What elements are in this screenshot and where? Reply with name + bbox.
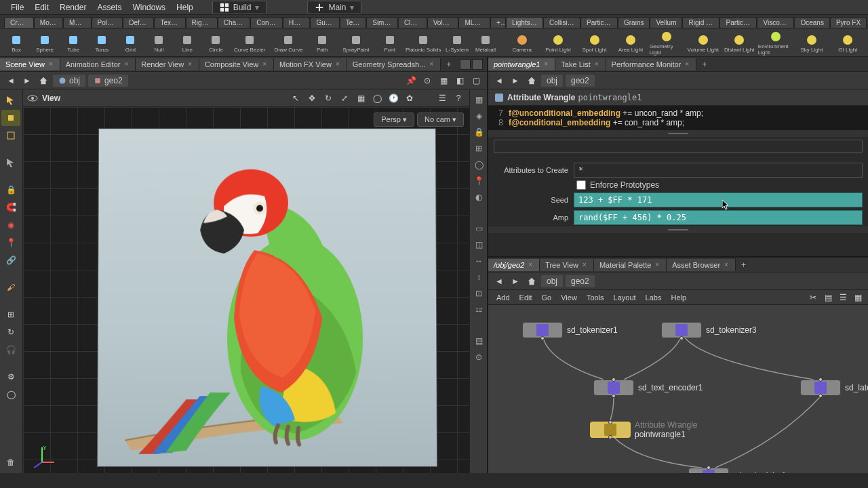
persp-dropdown[interactable]: Persp ▾ bbox=[374, 113, 414, 127]
node-sd-tokenizer3[interactable]: sd_tokenizer3 bbox=[661, 322, 757, 338]
axis-gizmo[interactable]: y bbox=[28, 442, 56, 469]
handle-tool[interactable] bbox=[1, 110, 20, 126]
shelf-tab[interactable]: Grains bbox=[618, 17, 650, 28]
path-obj-3[interactable]: obj bbox=[541, 275, 563, 287]
net-menu-edit[interactable]: Edit bbox=[515, 292, 536, 303]
pane-tab[interactable]: Motion FX View× bbox=[274, 58, 347, 70]
close-icon[interactable]: × bbox=[723, 261, 730, 268]
close-icon[interactable]: × bbox=[334, 60, 341, 68]
shelf-tool-sphere[interactable]: Sphere bbox=[31, 30, 58, 56]
shelf-tool-grid[interactable]: Grid bbox=[117, 30, 144, 56]
shelf-tool-sky-light[interactable]: Sky Light bbox=[794, 30, 829, 56]
shelf-tab[interactable]: Collisions bbox=[543, 17, 580, 28]
pane-tab[interactable]: Animation Editor× bbox=[60, 58, 136, 70]
vp-icon-3[interactable]: ↔ bbox=[471, 253, 486, 268]
close-icon[interactable]: × bbox=[47, 60, 54, 68]
add-tab-button[interactable]: + bbox=[736, 259, 751, 271]
shelf-tab[interactable]: Clou... bbox=[398, 17, 427, 28]
net-menu-help[interactable]: Help bbox=[667, 292, 690, 303]
select-tool[interactable] bbox=[1, 92, 20, 108]
net-tool-4[interactable]: ▦ bbox=[852, 291, 864, 304]
rotate-icon[interactable]: ↻ bbox=[321, 92, 335, 105]
shelf-tool-draw-curve[interactable]: Draw Curve bbox=[270, 30, 307, 56]
pin-icon[interactable]: 📍 bbox=[1, 235, 20, 251]
tab-material-palette[interactable]: Material Palette× bbox=[594, 259, 667, 271]
shelf-tool-area-light[interactable]: Area Light bbox=[613, 30, 648, 56]
trash-icon[interactable]: 🗑 bbox=[1, 454, 20, 470]
close-icon[interactable]: × bbox=[428, 60, 435, 68]
shelf-tool-camera[interactable]: Camera bbox=[505, 30, 539, 56]
net-menu-layout[interactable]: Layout bbox=[610, 292, 640, 303]
shelf-tab[interactable]: Deform bbox=[123, 17, 154, 28]
tab-asset-browser[interactable]: Asset Browser× bbox=[667, 259, 736, 271]
shelf-tab[interactable]: Modify bbox=[34, 17, 63, 28]
lock2-icon[interactable]: 🔒 bbox=[471, 125, 486, 140]
vp-icon-8[interactable]: ⊙ bbox=[471, 350, 486, 365]
shelf-tool-spraypaint[interactable]: SprayPaint bbox=[337, 30, 374, 56]
shelf-tab[interactable]: Create bbox=[4, 17, 34, 28]
shelf-tab[interactable]: Guid... bbox=[310, 17, 339, 28]
shelf-tool-spot-light[interactable]: Spot Light bbox=[577, 30, 612, 56]
display-icon-1[interactable]: ▦ bbox=[471, 92, 486, 107]
clock-icon[interactable]: 🕐 bbox=[387, 92, 400, 105]
tab-obj-geo2[interactable]: /obj/geo2× bbox=[488, 259, 540, 271]
menu-render[interactable]: Render bbox=[54, 1, 92, 14]
target-icon[interactable]: ◉ bbox=[1, 217, 20, 233]
gear2-icon[interactable]: ✿ bbox=[403, 92, 416, 105]
path-geo2-3[interactable]: geo2 bbox=[566, 275, 595, 287]
magnet-icon[interactable]: 🧲 bbox=[1, 199, 20, 216]
scene-selector[interactable]: Main ▾ bbox=[307, 1, 361, 14]
nav-fwd-icon[interactable]: ► bbox=[509, 274, 522, 288]
menu-file[interactable]: File bbox=[5, 1, 29, 14]
shelf-tool-curve-bezier[interactable]: Curve Bezier bbox=[231, 30, 269, 56]
cursor-icon[interactable]: ↖ bbox=[289, 92, 302, 105]
close-icon[interactable]: × bbox=[593, 60, 600, 68]
pane-tab[interactable]: Scene View× bbox=[0, 58, 60, 70]
sphere2-icon[interactable]: ◯ bbox=[471, 157, 486, 172]
vp-icon-6[interactable]: 12 bbox=[471, 302, 486, 317]
net-tool-3[interactable]: ☰ bbox=[837, 291, 849, 304]
node-sd-late[interactable]: sd_late bbox=[800, 380, 868, 396]
node-sd-tokenizer1[interactable]: sd_tokenizer1 bbox=[522, 322, 618, 338]
path-seg-obj[interactable]: obj bbox=[53, 75, 85, 87]
add-tab-button[interactable]: + bbox=[696, 58, 712, 70]
close-icon[interactable]: × bbox=[543, 60, 550, 68]
link-icon[interactable]: 🔗 bbox=[1, 252, 20, 268]
box-tool[interactable] bbox=[1, 127, 20, 144]
close-icon[interactable]: × bbox=[527, 261, 534, 268]
shelf-tool-gi-light[interactable]: GI Light bbox=[831, 30, 865, 56]
menu-assets[interactable]: Assets bbox=[92, 1, 127, 14]
close-icon[interactable]: × bbox=[654, 261, 660, 268]
desktop-selector[interactable]: Build ▾ bbox=[212, 1, 267, 14]
brush-icon[interactable]: 🖌 bbox=[1, 279, 20, 296]
viewport-canvas[interactable]: Persp ▾ No cam ▾ bbox=[23, 107, 469, 473]
vp-icon-5[interactable]: ⊡ bbox=[471, 286, 486, 301]
nav-back-icon[interactable]: ◄ bbox=[492, 274, 506, 288]
home-icon[interactable] bbox=[525, 74, 538, 87]
path-btn2[interactable]: ◧ bbox=[453, 74, 467, 87]
shelf-tool-null[interactable]: Null bbox=[145, 30, 172, 56]
marker-icon[interactable]: 📍 bbox=[471, 174, 486, 188]
shelf-tool-distant-light[interactable]: Distant Light bbox=[722, 30, 756, 56]
net-menu-view[interactable]: View bbox=[557, 292, 581, 303]
shelf-tool-metaball[interactable]: Metaball bbox=[472, 30, 499, 56]
menu-help[interactable]: Help bbox=[171, 1, 199, 14]
vp-icon-4[interactable]: ↕ bbox=[471, 270, 486, 285]
shelf-tab[interactable]: Particles bbox=[580, 17, 618, 28]
shelf-tab[interactable]: Chara... bbox=[218, 17, 251, 28]
node-sd-text-encoder1[interactable]: sd_text_encoder1 bbox=[593, 380, 703, 396]
code-divider[interactable] bbox=[488, 130, 868, 137]
net-menu-add[interactable]: Add bbox=[492, 292, 514, 303]
menu-windows[interactable]: Windows bbox=[127, 1, 171, 14]
shelf-tool-font[interactable]: Font bbox=[376, 30, 403, 56]
path-obj-2[interactable]: obj bbox=[541, 75, 563, 87]
network-canvas[interactable]: sd_tokenizer1 sd_tokenizer3 sd_text_enco… bbox=[488, 305, 868, 473]
nav-back-icon[interactable]: ◄ bbox=[4, 74, 18, 87]
param-divider[interactable] bbox=[488, 226, 868, 233]
path-btn1[interactable]: ▦ bbox=[437, 74, 450, 87]
tab-tree-view[interactable]: Tree View× bbox=[540, 259, 594, 271]
net-tool-1[interactable]: ✂ bbox=[807, 291, 819, 304]
shelf-tab[interactable]: Oceans bbox=[794, 17, 829, 28]
net-icon[interactable]: ⊞ bbox=[1, 306, 20, 323]
shelf-tool-line[interactable]: Line bbox=[174, 30, 201, 56]
